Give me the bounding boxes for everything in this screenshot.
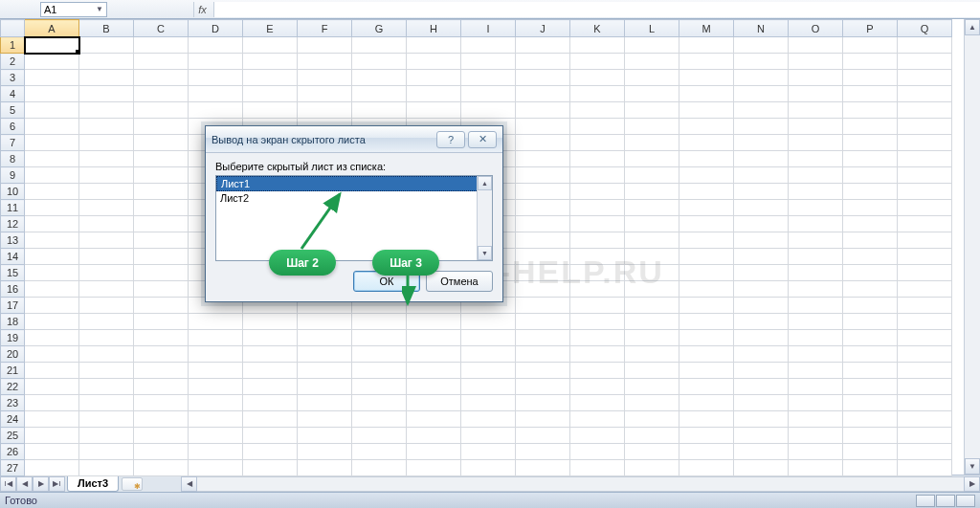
cell-F27[interactable] — [298, 460, 352, 476]
cell-A12[interactable] — [25, 216, 79, 232]
cell-O13[interactable] — [789, 232, 843, 249]
cell-K10[interactable] — [570, 184, 625, 200]
cell-Q27[interactable] — [898, 460, 952, 476]
cell-K21[interactable] — [570, 363, 625, 379]
cell-D1[interactable] — [189, 37, 243, 54]
cell-M24[interactable] — [679, 411, 734, 428]
cell-O27[interactable] — [789, 460, 843, 476]
cell-L10[interactable] — [625, 184, 679, 200]
cell-G5[interactable] — [352, 102, 407, 119]
view-normal-button[interactable] — [916, 495, 935, 507]
formula-input[interactable] — [213, 2, 980, 17]
row-header-25[interactable]: 25 — [1, 428, 25, 444]
cell-N13[interactable] — [734, 232, 789, 249]
cell-P17[interactable] — [843, 298, 898, 314]
cell-G4[interactable] — [352, 86, 407, 102]
cell-J3[interactable] — [516, 70, 570, 86]
cell-C25[interactable] — [134, 428, 189, 444]
cell-D23[interactable] — [189, 395, 243, 411]
row-header-26[interactable]: 26 — [1, 444, 25, 460]
cell-M3[interactable] — [679, 70, 734, 86]
cell-N19[interactable] — [734, 330, 789, 346]
scroll-right-icon[interactable]: ▶ — [964, 476, 980, 492]
cell-I23[interactable] — [461, 395, 516, 411]
cell-J20[interactable] — [516, 346, 570, 363]
cell-J26[interactable] — [516, 444, 570, 460]
scroll-up-icon[interactable]: ▲ — [965, 19, 980, 35]
cell-O17[interactable] — [789, 298, 843, 314]
cell-I2[interactable] — [461, 54, 516, 70]
cell-O6[interactable] — [789, 119, 843, 135]
cell-A21[interactable] — [25, 363, 79, 379]
cell-A25[interactable] — [25, 428, 79, 444]
cell-B10[interactable] — [79, 184, 134, 200]
cell-B18[interactable] — [79, 314, 134, 330]
cell-J12[interactable] — [516, 216, 570, 232]
cell-B20[interactable] — [79, 346, 134, 363]
scroll-down-icon[interactable]: ▼ — [478, 246, 492, 260]
cell-O18[interactable] — [789, 314, 843, 330]
column-header-Q[interactable]: Q — [898, 20, 952, 37]
cell-L22[interactable] — [625, 379, 679, 395]
cell-D20[interactable] — [189, 346, 243, 363]
cell-K2[interactable] — [570, 54, 625, 70]
row-header-23[interactable]: 23 — [1, 395, 25, 411]
cell-E20[interactable] — [243, 346, 298, 363]
cell-C11[interactable] — [134, 200, 189, 216]
cell-P19[interactable] — [843, 330, 898, 346]
cancel-button[interactable]: Отмена — [426, 271, 493, 292]
cell-N22[interactable] — [734, 379, 789, 395]
row-header-12[interactable]: 12 — [1, 216, 25, 232]
cell-O1[interactable] — [789, 37, 843, 54]
cell-M13[interactable] — [679, 232, 734, 249]
cell-I25[interactable] — [461, 428, 516, 444]
listbox-scrollbar[interactable]: ▲ ▼ — [477, 176, 492, 260]
cell-L26[interactable] — [625, 444, 679, 460]
new-sheet-button[interactable] — [122, 477, 143, 491]
cell-I5[interactable] — [461, 102, 516, 119]
cell-I19[interactable] — [461, 330, 516, 346]
cell-M18[interactable] — [679, 314, 734, 330]
cell-K25[interactable] — [570, 428, 625, 444]
row-header-1[interactable]: 1 — [1, 37, 25, 54]
cell-F23[interactable] — [298, 395, 352, 411]
cell-L21[interactable] — [625, 363, 679, 379]
cell-B23[interactable] — [79, 395, 134, 411]
cell-C10[interactable] — [134, 184, 189, 200]
cell-C23[interactable] — [134, 395, 189, 411]
cell-D18[interactable] — [189, 314, 243, 330]
cell-K18[interactable] — [570, 314, 625, 330]
cell-N24[interactable] — [734, 411, 789, 428]
row-header-22[interactable]: 22 — [1, 379, 25, 395]
cell-P11[interactable] — [843, 200, 898, 216]
cell-N9[interactable] — [734, 167, 789, 184]
cell-A4[interactable] — [25, 86, 79, 102]
column-header-N[interactable]: N — [734, 20, 789, 37]
cell-C5[interactable] — [134, 102, 189, 119]
column-header-P[interactable]: P — [843, 20, 898, 37]
cell-I22[interactable] — [461, 379, 516, 395]
list-item[interactable]: Лист2 — [216, 191, 492, 205]
cell-A17[interactable] — [25, 298, 79, 314]
cell-A22[interactable] — [25, 379, 79, 395]
cell-K3[interactable] — [570, 70, 625, 86]
cell-F5[interactable] — [298, 102, 352, 119]
column-header-L[interactable]: L — [625, 20, 679, 37]
cell-C1[interactable] — [134, 37, 189, 54]
cell-C7[interactable] — [134, 135, 189, 151]
cell-I18[interactable] — [461, 314, 516, 330]
cell-J11[interactable] — [516, 200, 570, 216]
cell-K5[interactable] — [570, 102, 625, 119]
cell-P21[interactable] — [843, 363, 898, 379]
cell-D3[interactable] — [189, 70, 243, 86]
cell-B21[interactable] — [79, 363, 134, 379]
cell-D25[interactable] — [189, 428, 243, 444]
column-header-J[interactable]: J — [516, 20, 570, 37]
cell-Q1[interactable] — [898, 37, 952, 54]
cell-H26[interactable] — [407, 444, 461, 460]
cell-J18[interactable] — [516, 314, 570, 330]
column-header-K[interactable]: K — [570, 20, 625, 37]
cell-C3[interactable] — [134, 70, 189, 86]
cell-P23[interactable] — [843, 395, 898, 411]
cell-A18[interactable] — [25, 314, 79, 330]
